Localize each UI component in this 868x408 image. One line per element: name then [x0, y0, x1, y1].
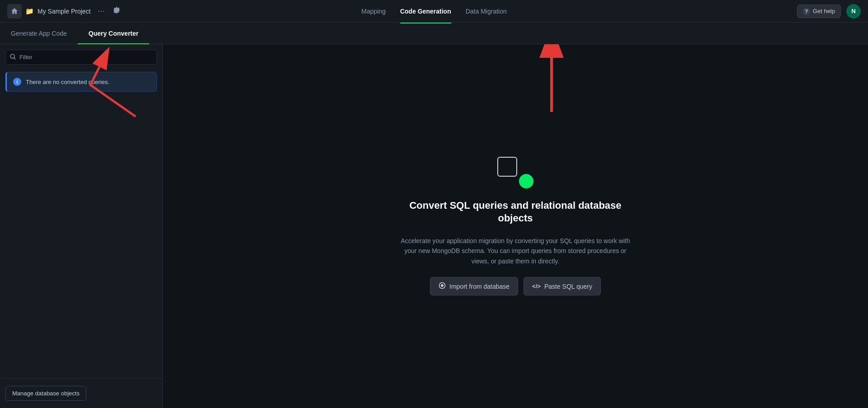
avatar[interactable]: N [846, 4, 861, 19]
sql-box-icon [497, 157, 517, 177]
more-options-icon[interactable]: ⋯ [94, 5, 109, 17]
get-help-button[interactable]: ? Get help [797, 5, 841, 18]
paste-btn-label: Paste SQL query [544, 283, 592, 290]
sidebar-search [0, 44, 162, 70]
main-layout: i There are no converted queries. Manage… [0, 44, 868, 408]
mongo-circle-icon [519, 174, 533, 188]
nav-tab-data-migration[interactable]: Data Migration [466, 6, 507, 17]
help-icon: ? [803, 8, 810, 15]
nav-tab-code-generation[interactable]: Code Generation [400, 6, 451, 17]
sidebar-bottom: Manage database objects [0, 378, 162, 408]
info-icon: i [13, 78, 21, 86]
tab-generate-app-code[interactable]: Generate App Code [0, 23, 78, 44]
sub-tab-bar: Generate App Code Query Converter [0, 23, 868, 44]
svg-line-2 [14, 57, 16, 59]
settings-icon[interactable] [113, 7, 120, 16]
paste-sql-query-button[interactable]: </> Paste SQL query [524, 277, 601, 295]
tab-query-converter[interactable]: Query Converter [78, 23, 149, 44]
top-bar-left: 📁 My Sample Project ⋯ [7, 4, 120, 19]
sidebar: i There are no converted queries. Manage… [0, 44, 163, 408]
main-description: Accelerate your application migration by… [398, 236, 633, 266]
info-text: There are no converted queries. [26, 79, 109, 85]
manage-database-objects-button[interactable]: Manage database objects [5, 386, 86, 401]
import-from-database-button[interactable]: Import from database [430, 277, 518, 295]
search-icon [10, 54, 16, 61]
home-button[interactable] [7, 4, 22, 19]
center-actions: Import from database </> Paste SQL query [430, 277, 601, 295]
main-title: Convert SQL queries and relational datab… [398, 199, 633, 225]
project-name: My Sample Project [38, 8, 90, 15]
center-card: Convert SQL queries and relational datab… [398, 157, 633, 295]
nav-tab-mapping[interactable]: Mapping [361, 6, 386, 17]
project-icon: 📁 [25, 7, 34, 15]
paste-icon: </> [532, 283, 541, 290]
import-icon [439, 282, 446, 291]
icon-illustration [497, 157, 533, 188]
import-btn-label: Import from database [449, 283, 509, 290]
filter-input[interactable] [5, 50, 157, 65]
main-content: Convert SQL queries and relational datab… [163, 44, 868, 408]
top-bar: 📁 My Sample Project ⋯ Mapping Code Gener… [0, 0, 868, 23]
main-nav: Mapping Code Generation Data Migration [361, 6, 507, 17]
top-bar-right: ? Get help N [797, 4, 861, 19]
info-banner: i There are no converted queries. [5, 72, 157, 92]
